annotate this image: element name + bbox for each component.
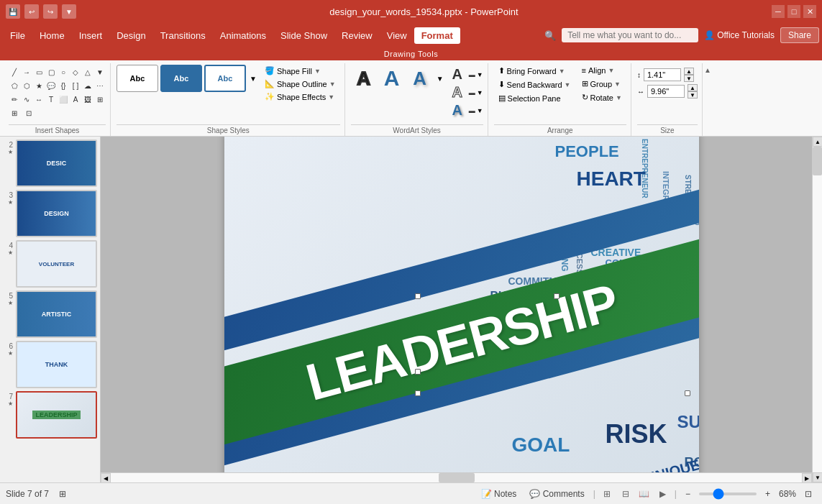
shape-outline-button[interactable]: 📐 Shape Outline ▼ xyxy=(260,78,340,90)
slide-thumb-6[interactable]: 6 ★ THANK xyxy=(3,341,97,388)
slide-thumb-4[interactable]: 4 ★ VOLUNTEER xyxy=(3,240,97,288)
width-input[interactable] xyxy=(647,85,685,98)
redo-icon[interactable]: ↪ xyxy=(43,4,58,19)
height-input[interactable] xyxy=(644,68,681,81)
close-button[interactable]: ✕ xyxy=(803,5,816,18)
menu-home[interactable]: Home xyxy=(32,27,72,44)
wordart-tool[interactable]: A xyxy=(70,93,81,105)
scroll-thumb[interactable] xyxy=(813,147,822,175)
slide-4-thumbnail[interactable]: VOLUNTEER xyxy=(16,240,97,288)
height-up[interactable]: ▲ xyxy=(684,68,694,75)
triangle-tool[interactable]: △ xyxy=(82,66,93,78)
ribbon-expand-button[interactable]: ▲ xyxy=(704,66,711,74)
undo-icon[interactable]: ↩ xyxy=(24,4,39,19)
width-down[interactable]: ▼ xyxy=(688,91,698,98)
connector-tool[interactable]: ↔ xyxy=(33,93,45,105)
search-input[interactable] xyxy=(562,28,698,42)
shapes-more[interactable]: ⊞ xyxy=(94,93,106,105)
office-tutorials-button[interactable]: 👤 Office Tutorials xyxy=(704,30,775,40)
scroll-left-button[interactable]: ◀ xyxy=(101,473,111,482)
width-up[interactable]: ▲ xyxy=(688,84,698,91)
wordart-style-1[interactable]: A xyxy=(351,65,377,92)
slide-2-thumbnail[interactable]: DESIC xyxy=(16,139,97,187)
menu-file[interactable]: File xyxy=(3,27,32,44)
menu-animations[interactable]: Animations xyxy=(213,27,273,44)
placeholder-tool[interactable]: ⬜ xyxy=(58,93,69,105)
slide-sorter-button[interactable]: ⊟ xyxy=(618,487,633,501)
slide-thumb-2[interactable]: 2 ★ DESIC xyxy=(3,139,97,187)
scroll-up-button[interactable]: ▲ xyxy=(813,137,822,147)
textbox-tool[interactable]: T xyxy=(45,93,57,105)
minimize-button[interactable]: ─ xyxy=(772,5,785,18)
wordart-style-2[interactable]: A xyxy=(379,65,405,92)
menu-transitions[interactable]: Transitions xyxy=(153,27,213,44)
slide-thumb-5[interactable]: 5 ★ ARTISTIC xyxy=(3,290,97,338)
line-tool[interactable]: ╱ xyxy=(9,66,20,78)
slide-5-thumbnail[interactable]: ARTISTIC xyxy=(16,290,97,338)
notes-button[interactable]: 📝 Notes xyxy=(477,487,521,500)
star-tool[interactable]: ★ xyxy=(33,80,45,91)
horizontal-scrollbar[interactable]: ◀ ▶ xyxy=(101,472,812,482)
maximize-button[interactable]: □ xyxy=(787,5,800,18)
curve-tool[interactable]: ∿ xyxy=(21,93,32,105)
selection-pane-button[interactable]: ▤ Selection Pane xyxy=(494,92,575,104)
zoom-out-button[interactable]: − xyxy=(681,487,695,500)
menu-insert[interactable]: Insert xyxy=(72,27,110,44)
shapes-expand[interactable]: ⋯ xyxy=(94,80,106,91)
zoom-slider[interactable] xyxy=(699,492,757,495)
freeform-tool[interactable]: ✏ xyxy=(9,93,20,105)
rect-tool[interactable]: ▭ xyxy=(33,66,45,78)
ellipse-tool[interactable]: ○ xyxy=(58,66,69,78)
diamond-tool[interactable]: ◇ xyxy=(70,66,81,78)
more-shapes[interactable]: ▼ xyxy=(94,66,106,78)
group-button[interactable]: ⊞ Group ▼ xyxy=(577,78,626,90)
slide-7-thumbnail[interactable]: LEADERSHIP xyxy=(16,391,97,439)
save-icon[interactable]: 💾 xyxy=(6,4,20,19)
arrange-all[interactable]: ⊞ xyxy=(9,107,20,119)
align-button[interactable]: ≡ Align ▼ xyxy=(577,65,626,76)
slide-thumb-3[interactable]: 3 ★ DESIGN xyxy=(3,190,97,237)
arrow-tool[interactable]: → xyxy=(21,66,32,78)
fit-slide-button[interactable]: ⊞ xyxy=(55,487,70,500)
menu-view[interactable]: View xyxy=(380,27,414,44)
vertical-scrollbar[interactable]: ▲ ▼ xyxy=(812,137,822,482)
pentagon-tool[interactable]: ⬠ xyxy=(9,80,20,91)
text-effects-dropdown[interactable]: ▼ xyxy=(477,107,483,114)
bracket-tool[interactable]: {} xyxy=(58,80,69,91)
reading-view-button[interactable]: 📖 xyxy=(637,487,652,501)
slide-3-thumbnail[interactable]: DESIGN xyxy=(16,190,97,237)
cloud-tool[interactable]: ☁ xyxy=(82,80,93,91)
shape-style-3[interactable]: Abc xyxy=(204,65,246,92)
text-fill-dropdown[interactable]: ▼ xyxy=(477,71,483,78)
normal-view-button[interactable]: ⊞ xyxy=(600,487,614,501)
pic-insert[interactable]: 🖼 xyxy=(82,93,93,105)
fit-window-button[interactable]: ⊡ xyxy=(800,487,816,500)
rotate-button[interactable]: ↻ Rotate ▼ xyxy=(577,91,626,104)
menu-format[interactable]: Format xyxy=(414,27,460,44)
rounded-rect-tool[interactable]: ▢ xyxy=(45,66,57,78)
menu-slideshow[interactable]: Slide Show xyxy=(273,27,334,44)
menu-review[interactable]: Review xyxy=(334,27,380,44)
slide-thumb-7[interactable]: 7 ★ LEADERSHIP xyxy=(3,391,97,439)
callout-tool[interactable]: 💬 xyxy=(45,80,57,91)
wordart-styles-more[interactable]: ▼ xyxy=(435,65,445,92)
shape-fill-button[interactable]: 🪣 Shape Fill ▼ xyxy=(260,65,340,77)
text-outline-dropdown[interactable]: ▼ xyxy=(477,89,483,96)
share-button[interactable]: Share xyxy=(780,27,819,43)
customize-icon[interactable]: ▼ xyxy=(62,4,76,19)
menu-design[interactable]: Design xyxy=(109,27,152,44)
zoom-in-button[interactable]: + xyxy=(761,487,775,500)
send-backward-button[interactable]: ⬇ Send Backward ▼ xyxy=(494,78,575,91)
shape-styles-more[interactable]: ▼ xyxy=(248,65,258,92)
h-scroll-thumb[interactable] xyxy=(439,473,475,482)
wordart-style-3[interactable]: A xyxy=(407,65,433,92)
bring-forward-button[interactable]: ⬆ Bring Forward ▼ xyxy=(494,65,575,77)
shape-effects-button[interactable]: ✨ Shape Effects ▼ xyxy=(260,91,340,103)
comments-button[interactable]: 💬 Comments xyxy=(525,487,588,500)
hexagon-tool[interactable]: ⬡ xyxy=(21,80,32,91)
brace-tool[interactable]: [ ] xyxy=(70,80,81,91)
slide-6-thumbnail[interactable]: THANK xyxy=(16,341,97,388)
shape-style-2[interactable]: Abc xyxy=(160,65,202,92)
shape-style-1[interactable]: Abc xyxy=(117,65,158,92)
scroll-right-button[interactable]: ▶ xyxy=(802,473,812,482)
